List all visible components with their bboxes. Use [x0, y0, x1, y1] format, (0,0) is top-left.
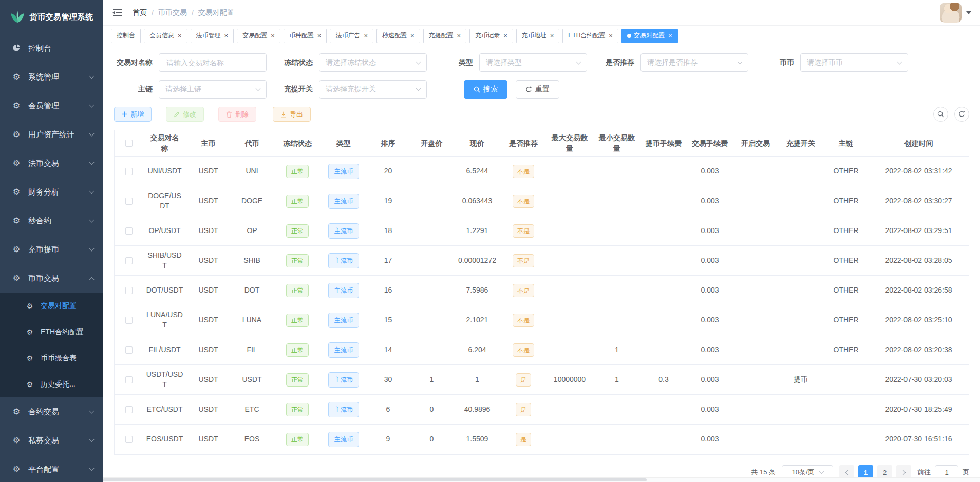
tab-label: 控制台 — [117, 31, 135, 40]
tab-close-icon[interactable]: × — [364, 32, 368, 39]
view-tab[interactable]: 充币记录 × — [469, 29, 513, 43]
row-checkbox[interactable] — [125, 257, 133, 264]
horizontal-scrollbar-thumb[interactable] — [103, 478, 647, 481]
sidebar-item[interactable]: 控制台 — [0, 34, 103, 63]
row-checkbox[interactable] — [125, 436, 133, 443]
sidebar-item[interactable]: ⚙ ETH合约配置 — [0, 319, 103, 345]
recommend-select[interactable]: 请选择是否推荐 — [640, 53, 748, 72]
sidebar-item[interactable]: ⚙ 法币交易 — [0, 149, 103, 178]
sidebar-item[interactable]: ⚙ 秒合约 — [0, 206, 103, 235]
cell-current-price: 0.063443 — [454, 186, 501, 216]
view-tab[interactable]: 法币管理 × — [191, 29, 234, 43]
view-tab[interactable]: 币种配置 × — [284, 29, 327, 43]
sidebar-item[interactable]: ⚙ 历史委托... — [0, 371, 103, 397]
cell-freeze-status: 正常 — [274, 157, 321, 186]
table-header: 交易对名称主币代币冻结状态类型排序开盘价现价是否推荐最大交易数量最小交易数量提币… — [115, 130, 969, 157]
chain-select[interactable]: 请选择主链 — [159, 80, 267, 99]
type-badge[interactable]: 主流币 — [328, 402, 359, 417]
view-tab[interactable]: 充提配置 × — [423, 29, 467, 43]
tab-close-icon[interactable]: × — [224, 32, 229, 39]
sidebar-item[interactable]: ⚙ 币币交易 — [0, 264, 103, 293]
tab-close-icon[interactable]: × — [178, 32, 182, 39]
tab-close-icon[interactable]: × — [410, 32, 414, 39]
view-tab[interactable]: ETH合约配置 × — [562, 29, 618, 43]
type-badge[interactable]: 主流币 — [328, 432, 359, 447]
tab-close-icon[interactable]: × — [503, 32, 507, 39]
row-checkbox[interactable] — [125, 406, 133, 413]
tab-close-icon[interactable]: × — [271, 32, 275, 39]
view-tab[interactable]: 会员信息 × — [144, 29, 187, 43]
gear-icon: ⚙ — [11, 102, 22, 110]
pair-name-input[interactable] — [159, 53, 267, 72]
chevron-down-icon — [89, 74, 95, 79]
tab-close-icon[interactable]: × — [550, 32, 554, 39]
gear-icon: ⚙ — [11, 408, 22, 416]
caret-down-icon[interactable] — [966, 11, 971, 14]
cell-freeze-status: 正常 — [274, 335, 321, 365]
type-select[interactable]: 请选择类型 — [479, 53, 587, 72]
row-checkbox[interactable] — [125, 346, 133, 354]
row-checkbox[interactable] — [125, 287, 133, 294]
sidebar-item[interactable]: ⚙ 用户资产统计 — [0, 120, 103, 149]
cell-sort: 30 — [366, 365, 410, 395]
type-badge[interactable]: 主流币 — [328, 283, 359, 298]
cell-select — [115, 335, 143, 365]
tab-close-icon[interactable]: × — [668, 32, 672, 39]
select-all-checkbox[interactable] — [125, 140, 133, 147]
deposit-switch-select[interactable]: 请选择充提开关 — [319, 80, 427, 99]
table-refresh-button[interactable] — [954, 107, 969, 122]
sidebar-item[interactable]: ⚙ 充币提币 — [0, 235, 103, 264]
view-tab[interactable]: 交易配置 × — [237, 29, 280, 43]
add-button-label: 新增 — [130, 110, 144, 119]
tab-close-icon[interactable]: × — [609, 32, 613, 39]
add-button[interactable]: 新增 — [114, 107, 152, 122]
type-badge[interactable]: 主流币 — [328, 164, 359, 179]
delete-button[interactable]: 删除 — [218, 107, 256, 122]
sidebar-item[interactable]: ⚙ 会员管理 — [0, 91, 103, 120]
type-badge[interactable]: 主流币 — [328, 194, 359, 209]
row-checkbox[interactable] — [125, 227, 133, 235]
tab-close-icon[interactable]: × — [317, 32, 322, 39]
sidebar-item[interactable]: ⚙ 交易对配置 — [0, 293, 103, 319]
avatar[interactable] — [940, 3, 962, 23]
reset-button[interactable]: 重置 — [516, 80, 559, 99]
row-checkbox[interactable] — [125, 198, 133, 205]
edit-button[interactable]: 修改 — [166, 107, 204, 122]
type-badge[interactable]: 主流币 — [328, 372, 359, 388]
view-tab[interactable]: 控制台 — [111, 29, 141, 43]
cell-chain: OTHER — [823, 276, 869, 305]
view-tab[interactable]: 法币广告 × — [330, 29, 373, 43]
row-checkbox[interactable] — [125, 168, 133, 175]
view-tab[interactable]: 交易对配置 × — [621, 29, 678, 43]
type-badge[interactable]: 主流币 — [328, 223, 359, 239]
view-tab[interactable]: 充币地址 × — [516, 29, 560, 43]
column-header: 排序 — [366, 130, 410, 157]
cell-deposit-switch — [778, 425, 823, 454]
breadcrumb-home[interactable]: 首页 — [133, 8, 147, 17]
cell-select — [115, 305, 143, 335]
tab-close-icon[interactable]: × — [457, 32, 461, 39]
breadcrumb-section[interactable]: 币币交易 — [158, 8, 187, 17]
cell-current-price: 40.9896 — [454, 395, 501, 425]
type-badge[interactable]: 主流币 — [328, 342, 359, 358]
type-badge[interactable]: 主流币 — [328, 313, 359, 328]
sidebar-item[interactable]: ⚙ 合约交易 — [0, 397, 103, 426]
sidebar-item[interactable]: ⚙ 私募交易 — [0, 426, 103, 455]
sidebar-item[interactable]: ⚙ 币币撮合表 — [0, 345, 103, 371]
type-badge[interactable]: 主流币 — [328, 253, 359, 268]
sidebar-item[interactable]: ⚙ 财务分析 — [0, 178, 103, 206]
sidebar-item[interactable]: ⚙ 系统管理 — [0, 63, 103, 91]
export-button[interactable]: 导出 — [273, 107, 311, 122]
view-tab[interactable]: 秒速配置 × — [376, 29, 420, 43]
column-header: 主币 — [186, 130, 230, 157]
search-button[interactable]: 搜索 — [464, 80, 507, 99]
select-placeholder: 请选择充提开关 — [326, 85, 376, 94]
table-search-toggle-button[interactable] — [933, 107, 948, 122]
sidebar-item[interactable]: ⚙ 平台配置 — [0, 455, 103, 482]
row-checkbox[interactable] — [125, 317, 133, 324]
cell-recommend: 不是 — [501, 305, 546, 335]
freeze-status-select[interactable]: 请选择冻结状态 — [319, 53, 427, 72]
sidebar-collapse-icon[interactable] — [112, 9, 122, 17]
coin-select[interactable]: 请选择币币 — [800, 53, 908, 72]
row-checkbox[interactable] — [125, 376, 133, 383]
